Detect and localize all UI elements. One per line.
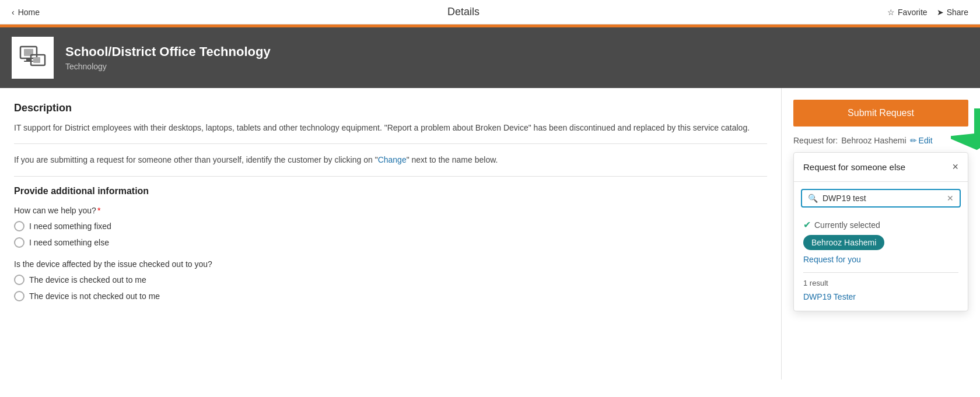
edit-link[interactable]: ✏ Edit: [910, 136, 933, 145]
home-link[interactable]: ‹ Home: [12, 8, 40, 17]
popup-body: ✔ Currently selected Behrooz Hashemi Req…: [794, 215, 968, 311]
radio-circle-3: [14, 275, 24, 285]
pencil-icon: ✏: [910, 136, 917, 145]
request-for-you-link[interactable]: Request for you: [803, 255, 958, 264]
submit-request-button[interactable]: Submit Request: [793, 100, 968, 127]
request-for-line: Request for: Behrooz Hashemi ✏ Edit: [793, 136, 968, 145]
description-text1: IT support for District employees with t…: [14, 121, 767, 134]
main-layout: Description IT support for District empl…: [0, 88, 980, 380]
additional-info-title: Provide additional information: [14, 186, 767, 196]
result-name-link[interactable]: DWP19 Tester: [803, 292, 958, 301]
currently-selected-text: Currently selected: [814, 220, 880, 230]
note-suffix: " next to the name below.: [407, 155, 498, 164]
check-icon: ✔: [803, 219, 811, 230]
top-nav-actions: ☆ Favorite ➤ Share: [887, 8, 968, 17]
required-star-1: *: [97, 206, 100, 215]
header-banner: School/District Office Technology Techno…: [0, 27, 980, 88]
radio-item-1[interactable]: I need something fixed: [14, 221, 767, 231]
field1-label-text: How can we help you?: [14, 206, 96, 215]
radio-label-2: I need something else: [29, 238, 109, 247]
star-icon: ☆: [887, 8, 895, 17]
svg-marker-7: [974, 91, 980, 155]
note-text: If you are submitting a request for some…: [14, 153, 767, 166]
divider-1: [14, 143, 767, 144]
request-for-popup: Request for someone else × 🔍 ✕ ✔ Current…: [793, 152, 968, 311]
result-count: 1 result: [803, 279, 958, 287]
svg-rect-3: [24, 61, 33, 62]
service-subtitle: Technology: [65, 62, 271, 71]
top-nav: ‹ Home Details ☆ Favorite ➤ Share: [0, 0, 980, 24]
radio-circle-4: [14, 291, 24, 301]
request-for-name: Behrooz Hashemi: [841, 136, 906, 145]
popup-close-button[interactable]: ×: [952, 161, 958, 173]
favorite-button[interactable]: ☆ Favorite: [887, 8, 928, 17]
share-label: Share: [947, 8, 968, 17]
page-title: Details: [447, 6, 480, 18]
radio-group-2: The device is checked out to me The devi…: [14, 275, 767, 301]
right-sidebar: Submit Request Request for: Behrooz Hash…: [782, 88, 980, 380]
field2-label: Is the device affected by the issue chec…: [14, 259, 767, 269]
search-icon: 🔍: [808, 194, 818, 203]
share-button[interactable]: ➤ Share: [937, 8, 968, 17]
request-for-prefix: Request for:: [793, 136, 838, 145]
search-box[interactable]: 🔍 ✕: [801, 189, 961, 208]
radio-circle-2: [14, 237, 24, 248]
change-link[interactable]: Change: [378, 155, 407, 164]
svg-rect-5: [33, 57, 40, 63]
divider-2: [14, 176, 767, 177]
radio-circle-1: [14, 221, 24, 231]
left-content: Description IT support for District empl…: [0, 88, 782, 380]
home-label: Home: [18, 8, 40, 17]
radio-item-2[interactable]: I need something else: [14, 237, 767, 248]
service-title: School/District Office Technology: [65, 44, 271, 59]
edit-label: Edit: [919, 136, 933, 145]
popup-title: Request for someone else: [803, 162, 905, 172]
share-icon: ➤: [937, 8, 944, 17]
radio-item-4[interactable]: The device is not checked out to me: [14, 291, 767, 301]
currently-selected-label: ✔ Currently selected: [803, 219, 958, 230]
popup-header: Request for someone else ×: [794, 153, 968, 182]
result-divider: [803, 272, 958, 273]
radio-label-3: The device is checked out to me: [29, 275, 146, 284]
favorite-label: Favorite: [898, 8, 928, 17]
field1-label: How can we help you?*: [14, 206, 767, 215]
search-input[interactable]: [822, 194, 942, 203]
green-arrow-wrapper: [974, 88, 980, 166]
note-prefix: If you are submitting a request for some…: [14, 155, 378, 164]
question-block-1: How can we help you?* I need something f…: [14, 206, 767, 248]
header-text: School/District Office Technology Techno…: [65, 44, 271, 71]
service-icon: [12, 37, 54, 79]
selected-user-tag[interactable]: Behrooz Hashemi: [803, 235, 884, 250]
question-block-2: Is the device affected by the issue chec…: [14, 259, 767, 301]
chevron-left-icon: ‹: [12, 8, 15, 17]
description-title: Description: [14, 102, 767, 114]
radio-label-1: I need something fixed: [29, 222, 111, 231]
clear-search-icon[interactable]: ✕: [947, 194, 954, 203]
radio-label-4: The device is not checked out to me: [29, 291, 160, 301]
radio-group-1: I need something fixed I need something …: [14, 221, 767, 248]
radio-item-3[interactable]: The device is checked out to me: [14, 275, 767, 285]
